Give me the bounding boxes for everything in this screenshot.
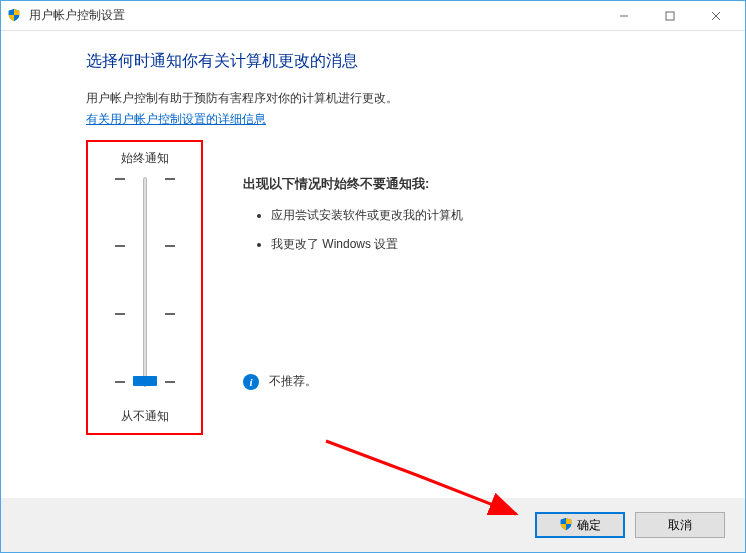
list-item: 应用尝试安装软件或更改我的计算机 (271, 207, 695, 224)
content-area: 选择何时通知你有关计算机更改的消息 用户帐户控制有助于预防有害程序对你的计算机进… (1, 31, 745, 498)
uac-window: 用户帐户控制设置 选择何时通知你有关计算机更改的消息 用户帐户控制有助于预防有害… (0, 0, 746, 553)
shield-icon (7, 8, 23, 24)
page-description: 用户帐户控制有助于预防有害程序对你的计算机进行更改。 (86, 90, 695, 107)
recommendation-text: 不推荐。 (269, 373, 317, 390)
slider-track (143, 177, 147, 387)
details-heading: 出现以下情况时始终不要通知我: (243, 175, 695, 193)
titlebar: 用户帐户控制设置 (1, 1, 745, 31)
ok-button[interactable]: 确定 (535, 512, 625, 538)
svg-rect-1 (666, 12, 674, 20)
list-item: 我更改了 Windows 设置 (271, 236, 695, 253)
details-list: 应用尝试安装软件或更改我的计算机 我更改了 Windows 设置 (243, 207, 695, 253)
slider-thumb[interactable] (133, 376, 157, 386)
info-icon: i (243, 374, 259, 390)
slider-tick (115, 245, 175, 246)
slider-container: 始终通知 从不通知 (86, 140, 203, 435)
slider-top-label: 始终通知 (88, 150, 201, 167)
ok-label: 确定 (577, 517, 601, 534)
window-title: 用户帐户控制设置 (29, 7, 601, 24)
shield-icon (559, 517, 573, 534)
recommendation-row: i 不推荐。 (243, 373, 695, 390)
minimize-button[interactable] (601, 1, 647, 30)
cancel-button[interactable]: 取消 (635, 512, 725, 538)
slider-tick (115, 178, 175, 179)
footer: 确定 取消 (1, 498, 745, 552)
main-area: 始终通知 从不通知 出现以下情况时始终不要通知我: 应用尝试安装软件或更改我的计… (86, 140, 695, 435)
close-button[interactable] (693, 1, 739, 30)
more-info-link[interactable]: 有关用户帐户控制设置的详细信息 (86, 112, 266, 126)
cancel-label: 取消 (668, 517, 692, 534)
slider-tick (115, 313, 175, 314)
page-heading: 选择何时通知你有关计算机更改的消息 (86, 51, 695, 72)
slider-track-area[interactable] (115, 177, 175, 387)
slider-bottom-label: 从不通知 (88, 408, 201, 425)
maximize-button[interactable] (647, 1, 693, 30)
window-controls (601, 1, 739, 30)
details-panel: 出现以下情况时始终不要通知我: 应用尝试安装软件或更改我的计算机 我更改了 Wi… (203, 140, 695, 435)
